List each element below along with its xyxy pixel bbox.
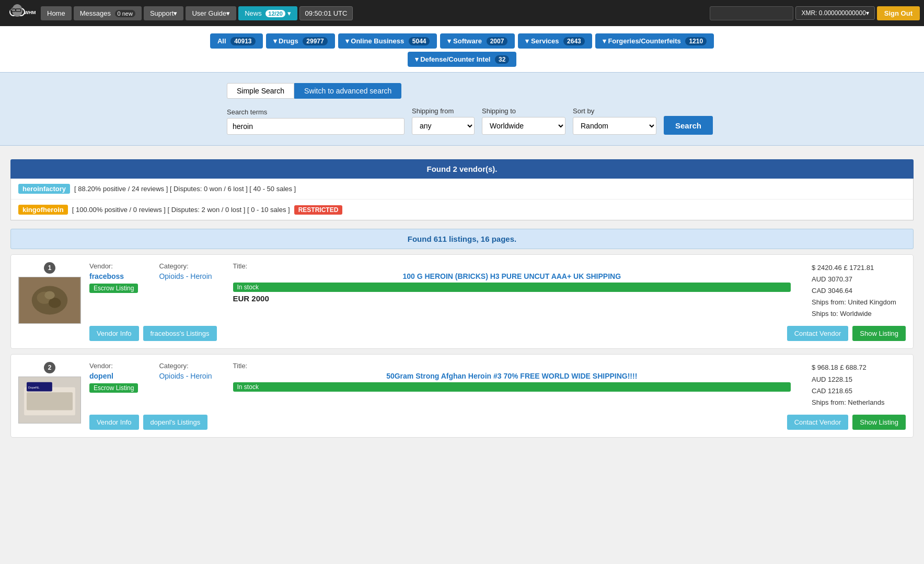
vendor-info-kingofheroin: [ 100.00% positive / 0 reviews ] [ Dispu… (72, 206, 290, 214)
instock-badge-1: In stock (233, 283, 791, 292)
sort-by-label: Sort by (573, 107, 656, 115)
vendor-row: kingofheroin [ 100.00% positive / 0 revi… (11, 199, 913, 220)
restricted-badge: RESTRICTED (294, 205, 343, 215)
cat-services[interactable]: ▾ Services 2643 (518, 33, 592, 49)
title-link-2[interactable]: 50Gram Strong Afghan Heroin #3 70% FREE … (233, 372, 791, 380)
svg-text:DopeNL: DopeNL (28, 386, 40, 389)
category-link-1[interactable]: Opioids - Heroin (159, 272, 212, 280)
shipping-to-select[interactable]: Worldwide (482, 117, 565, 135)
cat-ob-badge: 5044 (409, 37, 430, 45)
category-label: Category: (159, 262, 212, 270)
contact-vendor-button-2[interactable]: Contact Vendor (787, 415, 849, 430)
cat-forgeries[interactable]: ▾ Forgeries/Counterfeits 1210 (595, 33, 714, 49)
advanced-search-toggle[interactable]: Switch to advanced search (294, 83, 401, 99)
ships-from-1: Ships from: United Kingdom (812, 297, 906, 308)
show-listing-button-2[interactable]: Show Listing (852, 415, 906, 430)
title-label: Title: (233, 262, 791, 270)
ships-from-2: Ships from: Netherlands (812, 397, 906, 408)
messages-label: Messages (80, 9, 111, 17)
listing-title-col-1: Title: 100 G HEROIN (BRICKS) H3 PURE UNC… (233, 262, 791, 320)
cat-drugs-label: ▾ Drugs (273, 37, 298, 45)
cat-def-label: ▾ Defense/Counter Intel (415, 55, 491, 63)
svg-rect-18 (27, 393, 73, 410)
show-listing-button-1[interactable]: Show Listing (852, 326, 906, 341)
time-display: 09:50:01 UTC (299, 6, 353, 20)
cat-software[interactable]: ▾ Software 2007 (440, 33, 515, 49)
cat-forg-badge: 1210 (685, 37, 707, 45)
shipping-to-field: Shipping to Worldwide (482, 107, 565, 135)
cat-drugs-badge: 29977 (303, 37, 327, 45)
cat-sw-badge: 2007 (487, 37, 508, 45)
contact-vendor-button-1[interactable]: Contact Vendor (787, 326, 849, 341)
title-link-1[interactable]: 100 G HEROIN (BRICKS) H3 PURE UNCUT AAA+… (233, 272, 791, 280)
category-bar: All 40913 ▾ Drugs 29977 ▾ Online Busines… (0, 26, 924, 52)
listing-price-2: $ 968.18 £ 688.72 AUD 1228.15 CAD 1218.6… (812, 362, 906, 408)
svg-text:WHM: WHM (24, 10, 36, 15)
listing-card: 1 Vendor: fraceboss Escrow Listing (10, 254, 914, 349)
cat-ob-label: ▾ Online Business (345, 37, 404, 45)
vendors-header: Found 2 vendor(s). (10, 159, 914, 179)
news-button[interactable]: News 12/20 ▾ (238, 6, 297, 20)
vendor-tag-heroinfactory[interactable]: heroinfactory (18, 184, 70, 194)
ships-to-1: Ships to: Worldwide (812, 308, 906, 320)
xmr-balance[interactable]: XMR: 0.000000000000▾ (795, 6, 874, 20)
shipping-to-label: Shipping to (482, 107, 565, 115)
cat-all-badge: 40913 (230, 37, 255, 45)
nav-search-input[interactable] (710, 6, 793, 20)
news-label: News (245, 9, 262, 17)
search-area: Simple Search Switch to advanced search … (0, 72, 924, 146)
vendor-link-2[interactable]: dopenl (89, 372, 138, 380)
vendors-table: heroinfactory [ 88.20% positive / 24 rev… (10, 179, 914, 220)
vendor-tag-kingofheroin[interactable]: kingofheroin (18, 205, 68, 215)
cat-online-business[interactable]: ▾ Online Business 5044 (338, 33, 437, 49)
cad-2: CAD 1218.65 (812, 385, 906, 397)
sort-by-select[interactable]: Random (573, 117, 656, 135)
news-badge: 12/20 (265, 10, 285, 17)
vendor-listings-button-1[interactable]: fraceboss's Listings (143, 326, 217, 341)
category-label-2: Category: (159, 362, 212, 370)
title-label-2: Title: (233, 362, 791, 370)
navbar: WHM Home Messages 0 new Support▾ User Gu… (0, 0, 924, 26)
listing-card: 2 DopeNL Vendor: dopenl Escrow Listing (10, 354, 914, 437)
listing-title-col-2: Title: 50Gram Strong Afghan Heroin #3 70… (233, 362, 791, 408)
cad-1: CAD 3046.64 (812, 285, 906, 297)
vendor-row: heroinfactory [ 88.20% positive / 24 rev… (11, 179, 913, 199)
svg-point-13 (44, 291, 55, 299)
cat-row2: ▾ Defense/Counter Intel 32 (0, 52, 924, 72)
listing-image-2[interactable]: DopeNL (18, 377, 81, 424)
escrow-badge-1: Escrow Listing (89, 284, 138, 293)
cat-drugs[interactable]: ▾ Drugs 29977 (266, 33, 335, 49)
search-button[interactable]: Search (664, 116, 713, 135)
support-button[interactable]: Support▾ (144, 6, 184, 20)
listing-vendor-col-2: Vendor: dopenl Escrow Listing (89, 362, 138, 408)
listing-meta-2: Vendor: dopenl Escrow Listing Category: … (89, 362, 906, 408)
simple-search-toggle[interactable]: Simple Search (227, 83, 294, 99)
cat-def-badge: 32 (495, 55, 509, 64)
listing-number-2: 2 (44, 362, 55, 373)
cat-svc-label: ▾ Services (525, 37, 559, 45)
userguide-button[interactable]: User Guide▾ (186, 6, 236, 20)
shipping-from-label: Shipping from (412, 107, 475, 115)
svg-point-12 (49, 298, 61, 308)
home-button[interactable]: Home (41, 6, 72, 20)
cat-all[interactable]: All 40913 (210, 33, 263, 49)
vendor-info-button-2[interactable]: Vendor Info (89, 415, 139, 430)
vendor-listings-button-2[interactable]: dopenl's Listings (143, 415, 208, 430)
cat-defense[interactable]: ▾ Defense/Counter Intel 32 (408, 52, 517, 67)
category-link-2[interactable]: Opioids - Heroin (159, 372, 212, 380)
listing-actions-2: Vendor Info dopenl's Listings Contact Ve… (89, 415, 906, 430)
shipping-from-select[interactable]: any (412, 117, 475, 135)
vendor-info-heroinfactory: [ 88.20% positive / 24 reviews ] [ Dispu… (74, 185, 296, 193)
search-terms-input[interactable] (227, 118, 405, 135)
listing-meta-1: Vendor: fraceboss Escrow Listing Categor… (89, 262, 906, 320)
vendor-info-button-1[interactable]: Vendor Info (89, 326, 139, 341)
search-toggle: Simple Search Switch to advanced search (227, 83, 697, 99)
signout-button[interactable]: Sign Out (877, 6, 920, 20)
messages-button[interactable]: Messages 0 new (74, 6, 142, 20)
usd-gbp-2: $ 968.18 £ 688.72 (812, 362, 906, 373)
usd-gbp-1: $ 2420.46 £ 1721.81 (812, 262, 906, 274)
listing-price-1: $ 2420.46 £ 1721.81 AUD 3070.37 CAD 3046… (812, 262, 906, 320)
vendor-link-1[interactable]: fraceboss (89, 272, 138, 280)
listing-image-1[interactable] (18, 277, 81, 324)
cat-svc-badge: 2643 (563, 37, 585, 45)
